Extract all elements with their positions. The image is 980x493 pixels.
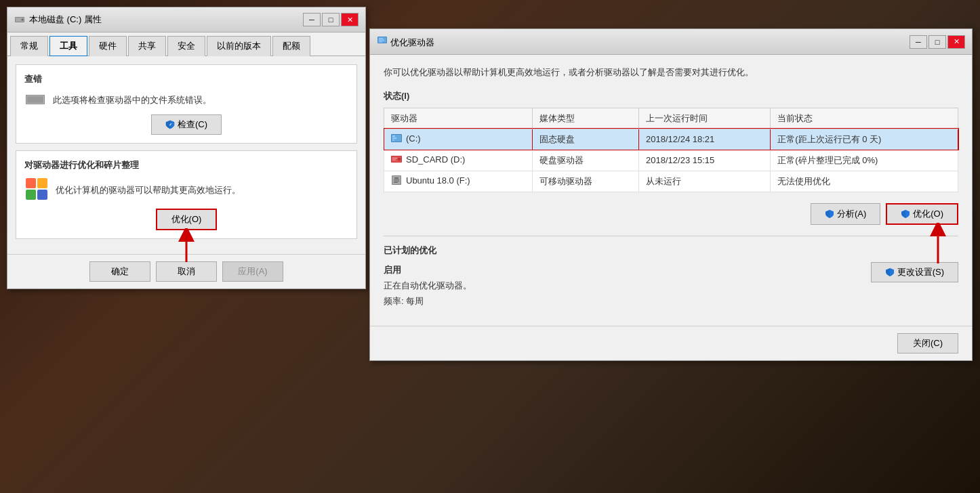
removable-icon <box>391 175 402 185</box>
properties-title-icon <box>14 14 25 25</box>
tab-general[interactable]: 常规 <box>10 36 48 56</box>
svg-rect-8 <box>37 178 47 188</box>
optimize-btn-container: 优化(O) <box>886 203 958 225</box>
optimize-titlebar: 优化驱动器 ─ □ ✕ <box>370 29 972 55</box>
svg-rect-34 <box>394 182 398 183</box>
maximize-button[interactable]: □ <box>322 13 340 26</box>
col-drive: 驱动器 <box>384 108 533 129</box>
ok-button[interactable]: 确定 <box>89 261 150 282</box>
optimize-footer: 关闭(C) <box>370 326 972 360</box>
shield-icon-analyze <box>825 209 834 219</box>
svg-rect-17 <box>379 41 382 43</box>
enabled-label: 启用 <box>384 262 472 278</box>
svg-point-26 <box>399 158 400 160</box>
scheduled-title: 已计划的优化 <box>384 244 958 257</box>
drive-c-name: (C:) <box>384 129 533 150</box>
table-row[interactable]: (C:) 固态硬盘 2018/12/24 18:21 正常(距上次运行已有 0 … <box>384 129 958 150</box>
hdd-icon <box>391 154 402 164</box>
error-check-btn-row: ✓ 检查(C) <box>24 114 348 135</box>
error-check-icon <box>24 91 46 109</box>
col-status: 当前状态 <box>771 108 958 129</box>
dialog-properties: 本地磁盘 (C:) 属性 ─ □ ✕ 常规 工具 硬件 共享 安全 以前的版本 … <box>7 7 366 289</box>
drive-f-status: 无法使用优化 <box>771 171 958 192</box>
svg-rect-21 <box>392 137 396 139</box>
properties-tabs: 常规 工具 硬件 共享 安全 以前的版本 配额 <box>7 33 365 56</box>
title-left: 本地磁盘 (C:) 属性 <box>14 14 102 26</box>
optimize-close-button[interactable]: 关闭(C) <box>897 333 958 353</box>
check-button[interactable]: ✓ 检查(C) <box>151 114 222 135</box>
svg-rect-32 <box>394 179 399 180</box>
svg-rect-20 <box>392 135 395 137</box>
analyze-button[interactable]: 分析(A) <box>811 203 880 225</box>
drive-table: 驱动器 媒体类型 上一次运行时间 当前状态 <box>384 108 958 192</box>
scheduled-section: 已计划的优化 启用 正在自动优化驱动器。 频率: 每周 更改设置(S) <box>384 244 958 315</box>
tab-hardware[interactable]: 硬件 <box>89 36 127 56</box>
apply-button[interactable]: 应用(A) <box>222 261 283 282</box>
optimize-title-icon <box>377 35 388 45</box>
arrow-annotation-left <box>173 228 200 267</box>
drive-f-name: Ubuntu 18.0 (F:) <box>384 171 533 192</box>
close-button[interactable]: ✕ <box>341 13 359 26</box>
drive-f-media: 可移动驱动器 <box>532 171 638 192</box>
optimize-description: 你可以优化驱动器以帮助计算机更高效地运行，或者分析驱动器以了解是否需要对其进行优… <box>384 66 958 79</box>
shield-icon-settings <box>885 267 895 277</box>
optimize-drive-button[interactable]: 优化(O) <box>886 203 958 225</box>
drive-d-name: SD_CARD (D:) <box>384 150 533 171</box>
svg-text:✓: ✓ <box>168 123 171 127</box>
tab-tools[interactable]: 工具 <box>49 36 87 56</box>
optimize-section-title: 对驱动器进行优化和碎片整理 <box>24 159 348 171</box>
frequency-text: 频率: 每周 <box>384 293 472 309</box>
col-last-run: 上一次运行时间 <box>639 108 771 129</box>
optimize-title-text: 优化驱动器 <box>390 37 434 47</box>
drive-table-header: 驱动器 媒体类型 上一次运行时间 当前状态 <box>384 108 958 129</box>
svg-rect-7 <box>26 178 36 188</box>
drive-f-icon-label: Ubuntu 18.0 (F:) <box>391 175 470 186</box>
svg-point-2 <box>22 19 24 21</box>
arrow-annotation-right <box>924 223 952 269</box>
section-error-check: 查错 此选项将检查驱动器中的文件系统错误。 ✓ <box>16 64 357 144</box>
svg-rect-22 <box>392 140 394 141</box>
drive-c-lastrun: 2018/12/24 18:21 <box>639 129 771 150</box>
tab-sharing[interactable]: 共享 <box>128 36 166 56</box>
dialog-optimize: 优化驱动器 ─ □ ✕ 你可以优化驱动器以帮助计算机更高效地运行，或者分析驱动器… <box>369 28 973 361</box>
properties-titlebar-buttons: ─ □ ✕ <box>303 13 359 26</box>
svg-rect-28 <box>392 160 396 160</box>
svg-rect-5 <box>27 96 43 103</box>
minimize-button[interactable]: ─ <box>303 13 321 26</box>
scheduled-row: 启用 正在自动优化驱动器。 频率: 每周 更改设置(S) <box>384 262 958 309</box>
tab-previous-versions[interactable]: 以前的版本 <box>207 36 271 56</box>
table-row[interactable]: SD_CARD (D:) 硬盘驱动器 2018/12/23 15:15 正常(碎… <box>384 150 958 171</box>
status-label: 状态(I) <box>384 90 958 102</box>
svg-rect-27 <box>392 158 397 158</box>
error-check-desc: 此选项将检查驱动器中的文件系统错误。 <box>53 94 211 106</box>
svg-rect-15 <box>379 38 383 39</box>
optimize-action-row: 分析(A) 优化(O) <box>384 203 958 225</box>
properties-content: 查错 此选项将检查驱动器中的文件系统错误。 ✓ <box>7 56 365 254</box>
drive-c-media: 固态硬盘 <box>532 129 638 150</box>
properties-title-text: 本地磁盘 (C:) 属性 <box>29 14 102 26</box>
tab-security[interactable]: 安全 <box>167 36 205 56</box>
optimize-minimize-button[interactable]: ─ <box>910 35 927 49</box>
drive-d-icon-label: SD_CARD (D:) <box>391 154 465 165</box>
table-row[interactable]: Ubuntu 18.0 (F:) 可移动驱动器 从未运行 无法使用优化 <box>384 171 958 192</box>
error-check-title: 查错 <box>24 73 348 85</box>
optimize-button[interactable]: 优化(O) <box>156 209 217 230</box>
drive-table-body: (C:) 固态硬盘 2018/12/24 18:21 正常(距上次运行已有 0 … <box>384 129 958 192</box>
optimize-maximize-button[interactable]: □ <box>928 35 946 49</box>
optimize-titlebar-buttons: ─ □ ✕ <box>910 35 965 49</box>
optimize-title-left: 优化驱动器 <box>377 35 434 49</box>
optimize-close-x-button[interactable]: ✕ <box>947 35 965 49</box>
optimize-content: 你可以优化驱动器以帮助计算机更高效地运行，或者分析驱动器以了解是否需要对其进行优… <box>370 55 972 326</box>
scheduled-info: 启用 正在自动优化驱动器。 频率: 每周 <box>384 262 472 309</box>
drive-f-lastrun: 从未运行 <box>639 171 771 192</box>
optimize-desc: 优化计算机的驱动器可以帮助其更高效地运行。 <box>56 184 241 196</box>
auto-optimize-text: 正在自动优化驱动器。 <box>384 278 472 293</box>
col-media-type: 媒体类型 <box>532 108 638 129</box>
optimize-btn-row: 优化(O) <box>24 209 348 230</box>
shield-icon-optimize <box>901 209 910 219</box>
ssd-icon <box>391 133 402 143</box>
shield-icon-check: ✓ <box>165 120 175 129</box>
optimize-icon <box>24 177 49 203</box>
tab-quota[interactable]: 配额 <box>272 36 310 56</box>
error-check-row: 此选项将检查驱动器中的文件系统错误。 <box>24 91 348 109</box>
